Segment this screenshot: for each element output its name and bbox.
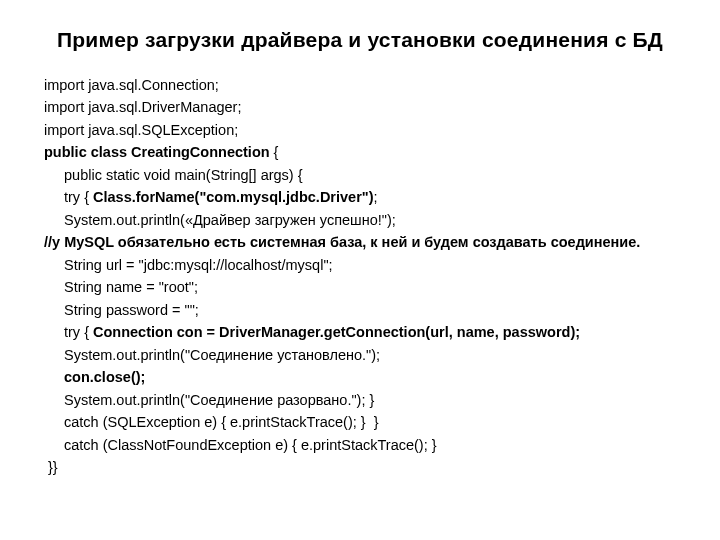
code-line: System.out.println("Соединение разорвано…	[44, 389, 676, 411]
code-line: String name = "root";	[44, 276, 676, 298]
code-line: System.out.println("Соединение установле…	[44, 344, 676, 366]
con-close: con.close();	[44, 366, 676, 388]
try-kw: try {	[64, 324, 93, 340]
code-line: catch (SQLException e) { e.printStackTra…	[44, 411, 676, 433]
class-forname: Class.forName("com.mysql.jdbc.Driver")	[93, 189, 373, 205]
code-line: String password = "";	[44, 299, 676, 321]
slide-title: Пример загрузки драйвера и установки сое…	[44, 28, 676, 52]
code-line: import java.sql.DriverManager;	[44, 96, 676, 118]
semicolon: ;	[374, 189, 378, 205]
get-connection: Connection con = DriverManager.getConnec…	[93, 324, 580, 340]
code-line: catch (ClassNotFoundException e) { e.pri…	[44, 434, 676, 456]
code-line: import java.sql.SQLException;	[44, 119, 676, 141]
code-line: String url = "jdbc:mysql://localhost/mys…	[44, 254, 676, 276]
class-decl: public class CreatingConnection	[44, 144, 270, 160]
code-line: }}	[44, 456, 676, 478]
try-kw: try {	[64, 189, 93, 205]
code-line: System.out.println(«Драйвер загружен усп…	[44, 209, 676, 231]
code-line: public class CreatingConnection {	[44, 141, 676, 163]
comment-line: //у MySQL обязательно есть системная баз…	[44, 231, 676, 253]
brace: {	[270, 144, 279, 160]
code-line: public static void main(String[] args) {	[44, 164, 676, 186]
code-line: import java.sql.Connection;	[44, 74, 676, 96]
code-line: try { Connection con = DriverManager.get…	[44, 321, 676, 343]
code-line: try { Class.forName("com.mysql.jdbc.Driv…	[44, 186, 676, 208]
